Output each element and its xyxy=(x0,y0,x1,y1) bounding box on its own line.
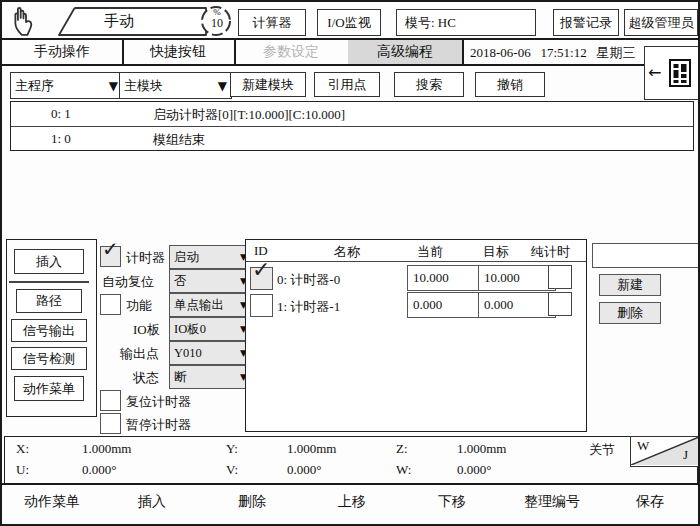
module-dropdown-value: 主模块 xyxy=(124,77,163,95)
menu-divider xyxy=(9,281,89,283)
io-board-dropdown[interactable]: IO板0 ▼ xyxy=(169,317,252,341)
y-axis-label: Y: xyxy=(226,441,238,457)
timer-checkbox[interactable]: ✓ xyxy=(100,246,121,267)
module-dropdown[interactable]: 主模块 ▼ xyxy=(119,72,232,99)
function-dropdown[interactable]: 单点输出 ▼ xyxy=(169,293,249,317)
timer-current-input[interactable]: 0.000 xyxy=(407,292,486,318)
tab-advanced-programming[interactable]: 高级编程 xyxy=(348,40,464,64)
reference-point-button[interactable]: 引用点 xyxy=(314,72,380,97)
program-row[interactable]: 0: 1 启动计时器[0][T:10.000][C:10.000] xyxy=(11,102,693,127)
reset-timer-label: 复位计时器 xyxy=(126,393,191,411)
z-axis-label: Z: xyxy=(396,441,408,457)
program-row-instruction: 启动计时器[0][T:10.000][C:10.000] xyxy=(153,106,345,124)
y-axis-value: 1.000mm xyxy=(287,441,336,457)
program-dropdown-value: 主程序 xyxy=(15,77,54,95)
new-timer-button[interactable]: 新建 xyxy=(599,274,661,296)
renumber-button[interactable]: 整理编号 xyxy=(502,485,603,526)
program-dropdown[interactable]: 主程序 ▼ xyxy=(10,72,123,99)
u-axis-value: 0.000° xyxy=(82,462,116,478)
timer-table-header: ID 名称 当前 目标 纯计时 xyxy=(246,240,586,262)
io-monitor-button[interactable]: I/O监视 xyxy=(317,9,381,36)
auto-reset-dropdown[interactable]: 否 ▼ xyxy=(169,269,252,293)
program-row-index: 0: 1 xyxy=(51,106,71,122)
delete-button[interactable]: 删除 xyxy=(202,485,303,526)
state-label: 状态 xyxy=(133,369,159,387)
x-axis-value: 1.000mm xyxy=(82,441,131,457)
tab-parameter-settings[interactable]: 参数设定 xyxy=(234,40,350,64)
tab-quick-buttons[interactable]: 快捷按钮 xyxy=(122,40,236,64)
timer-target-input[interactable]: 10.000 xyxy=(478,265,556,291)
user-role-button[interactable]: 超级管理员 xyxy=(624,9,698,36)
function-label: 功能 xyxy=(126,297,152,315)
program-row-index: 1: 0 xyxy=(51,131,71,147)
output-point-dropdown[interactable]: Y010 ▼ xyxy=(169,341,252,365)
tabs-divider xyxy=(2,64,698,66)
weekday-text: 星期三 xyxy=(596,45,635,60)
delete-timer-button[interactable]: 删除 xyxy=(599,302,661,324)
model-number-field: 模号: HC xyxy=(396,9,536,36)
hand-cursor-icon xyxy=(9,4,43,38)
v-axis-label: V: xyxy=(226,462,238,478)
insert-button[interactable]: 插入 xyxy=(102,485,203,526)
signal-output-button[interactable]: 信号输出 xyxy=(11,319,87,342)
function-checkbox[interactable] xyxy=(100,294,121,315)
timer-row-name: 1: 计时器-1 xyxy=(277,298,340,316)
mode-banner: 手动 % 10 xyxy=(46,4,238,38)
new-module-button[interactable]: 新建模块 xyxy=(230,72,306,97)
mode-label: 手动 xyxy=(104,12,134,31)
chevron-down-icon: ▼ xyxy=(109,79,118,93)
action-menu-category-button[interactable]: 动作菜单 xyxy=(14,376,84,401)
check-icon: ✓ xyxy=(252,259,270,281)
tab-manual-operation[interactable]: 手动操作 xyxy=(2,40,124,64)
function-value: 单点输出 xyxy=(174,297,224,314)
move-down-button[interactable]: 下移 xyxy=(402,485,503,526)
timer-current-input[interactable]: 10.000 xyxy=(407,265,486,291)
col-pure-timing: 纯计时 xyxy=(531,243,570,261)
keyboard-toggle-button[interactable]: ← xyxy=(644,46,699,100)
timer-table: ID 名称 当前 目标 纯计时 ✓ 0: 计时器-0 10.000 10.000… xyxy=(245,239,587,432)
left-menu-panel: 插入 路径 信号输出 信号检测 动作菜单 xyxy=(6,239,97,417)
state-dropdown[interactable]: 断 ▼ xyxy=(169,365,252,389)
action-menu-button[interactable]: 动作菜单 xyxy=(2,485,103,526)
timer-mode-dropdown[interactable]: 启动 ▼ xyxy=(169,245,252,269)
col-name: 名称 xyxy=(334,243,360,261)
path-button[interactable]: 路径 xyxy=(16,289,82,313)
datetime: 2018-06-06 17:51:12 星期三 xyxy=(470,44,635,62)
world-mode-label: W xyxy=(637,438,649,454)
calculator-button[interactable]: 计算器 xyxy=(238,9,306,36)
timer-row-checkbox[interactable]: ✓ xyxy=(250,267,273,290)
search-button[interactable]: 搜索 xyxy=(394,72,464,97)
program-row-instruction: 模组结束 xyxy=(153,131,205,149)
timer-label: 计时器 xyxy=(126,249,165,267)
w-axis-value: 0.000° xyxy=(457,462,491,478)
state-value: 断 xyxy=(174,369,187,386)
pause-timer-checkbox[interactable] xyxy=(100,413,121,434)
pure-timing-checkbox[interactable] xyxy=(548,265,572,289)
output-point-value: Y010 xyxy=(174,346,202,361)
move-up-button[interactable]: 上移 xyxy=(302,485,403,526)
save-button[interactable]: 保存 xyxy=(602,485,698,526)
reset-timer-checkbox[interactable] xyxy=(100,390,121,411)
auto-reset-label: 自动复位 xyxy=(102,273,154,291)
hmi-screen: 手动 % 10 计算器 I/O监视 模号: HC 报警记录 超级管理员 手动操作… xyxy=(0,0,700,526)
program-list: 0: 1 启动计时器[0][T:10.000][C:10.000] 1: 0 模… xyxy=(10,101,694,151)
output-point-label: 输出点 xyxy=(120,345,159,363)
col-current: 当前 xyxy=(417,243,443,261)
pure-timing-checkbox[interactable] xyxy=(548,292,572,316)
insert-category-button[interactable]: 插入 xyxy=(14,249,84,274)
chevron-down-icon: ▼ xyxy=(218,79,227,93)
alarm-log-button[interactable]: 报警记录 xyxy=(553,9,619,36)
coord-mode-toggle[interactable]: W J xyxy=(630,436,700,467)
timer-target-input[interactable]: 0.000 xyxy=(478,292,556,318)
timer-name-input[interactable] xyxy=(592,243,700,268)
x-axis-label: X: xyxy=(16,441,29,457)
joint-mode-label: 关节 xyxy=(589,441,615,459)
undo-button[interactable]: 撤销 xyxy=(475,72,545,97)
timer-mode-value: 启动 xyxy=(174,249,199,266)
signal-detect-button[interactable]: 信号检测 xyxy=(11,347,87,370)
timer-row-checkbox[interactable] xyxy=(250,294,273,317)
w-axis-label: W: xyxy=(396,462,411,478)
arrow-left-icon: ← xyxy=(648,63,661,82)
program-row[interactable]: 1: 0 模组结束 xyxy=(11,127,693,151)
speed-value[interactable]: 10 xyxy=(208,16,226,31)
